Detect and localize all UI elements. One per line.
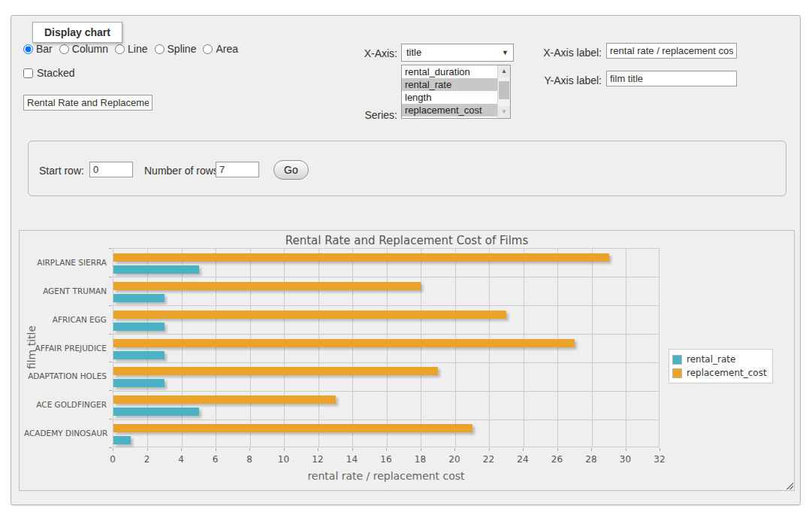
chart-type-radio-spline[interactable] xyxy=(155,44,165,54)
y-tick-mark xyxy=(109,362,112,362)
chevron-down-icon: ▼ xyxy=(502,44,509,61)
plot-area xyxy=(113,248,660,447)
x-tick-mark xyxy=(591,448,592,451)
y-axis-label-input[interactable] xyxy=(606,71,737,86)
legend-item: replacement_cost xyxy=(672,366,767,380)
bar-rental_rate xyxy=(113,379,165,387)
gridline xyxy=(113,420,659,420)
x-tick-label: 32 xyxy=(648,454,671,465)
bar-rental_rate xyxy=(113,323,165,331)
x-tick-label: 8 xyxy=(238,454,261,465)
x-tick-label: 28 xyxy=(580,454,602,465)
series-option-replacement_cost[interactable]: replacement_cost xyxy=(402,104,497,117)
num-rows-label: Number of rows: xyxy=(144,165,222,177)
chart-container: Rental Rate and Replacement Cost of Film… xyxy=(19,230,795,491)
y-tick-mark xyxy=(109,248,112,249)
x-axis-select-label: X-Axis: xyxy=(312,47,397,59)
stacked-label: Stacked xyxy=(37,67,75,79)
x-tick-mark xyxy=(216,448,216,451)
bar-replacement_cost xyxy=(113,339,575,347)
row-range-box: Start row: Number of rows: Go xyxy=(28,141,786,196)
x-tick-label: 16 xyxy=(375,454,397,465)
x-axis-label-input[interactable] xyxy=(606,43,737,59)
y-tick-mark xyxy=(109,305,112,306)
bar-rental_rate xyxy=(113,407,199,416)
legend-swatch-rental_rate xyxy=(672,355,682,365)
x-tick-mark xyxy=(249,448,250,451)
gridline xyxy=(592,249,593,447)
y-tick-mark xyxy=(109,334,112,335)
x-tick-label: 0 xyxy=(101,454,124,465)
gridline xyxy=(284,249,285,447)
chart-title-input[interactable] xyxy=(23,95,152,111)
panel-title: Display chart xyxy=(32,22,122,43)
x-tick-mark xyxy=(318,448,318,451)
y-tick-mark xyxy=(109,447,112,448)
x-tick-mark xyxy=(454,448,455,451)
x-tick-label: 2 xyxy=(136,454,158,465)
x-tick-mark xyxy=(489,448,490,451)
chart-legend: rental_ratereplacement_cost xyxy=(669,349,773,383)
stacked-checkbox[interactable] xyxy=(23,68,33,78)
num-rows-input[interactable] xyxy=(216,162,259,177)
scroll-down-icon[interactable]: ▼ xyxy=(498,106,510,118)
category-label: AIRPLANE SIERRA xyxy=(24,258,107,267)
category-label: AFFAIR PREJUDICE xyxy=(24,344,107,353)
x-tick-mark xyxy=(284,448,285,451)
scroll-up-icon[interactable]: ▲ xyxy=(498,65,510,77)
scrollbar-thumb[interactable] xyxy=(499,81,509,99)
y-tick-mark xyxy=(109,390,112,391)
series-options: rental_durationrental_ratelengthreplacem… xyxy=(402,65,497,118)
chart-type-label: Line xyxy=(128,43,147,55)
gridline xyxy=(318,249,319,447)
bar-replacement_cost xyxy=(113,311,506,319)
resize-grip-icon[interactable] xyxy=(785,481,793,489)
x-tick-label: 12 xyxy=(306,454,329,465)
bar-replacement_cost xyxy=(113,395,336,404)
x-axis-select[interactable]: title ▼ xyxy=(401,44,514,62)
category-label: ACADEMY DINOSAUR xyxy=(24,429,107,438)
start-row-label: Start row: xyxy=(39,165,84,177)
gridline xyxy=(524,249,524,447)
category-label: AGENT TRUMAN xyxy=(24,286,107,295)
bar-replacement_cost xyxy=(113,367,438,375)
chart-type-radio-line[interactable] xyxy=(115,44,125,54)
category-label: AFRICAN EGG xyxy=(24,315,107,324)
chart-type-radio-area[interactable] xyxy=(203,44,213,54)
x-tick-mark xyxy=(386,448,387,451)
series-option-rental_duration[interactable]: rental_duration xyxy=(402,65,497,78)
go-button[interactable]: Go xyxy=(273,160,309,180)
gridline xyxy=(113,334,659,335)
chart-title: Rental Rate and Replacement Cost of Film… xyxy=(20,234,794,247)
series-listbox[interactable]: rental_durationrental_ratelengthreplacem… xyxy=(401,65,511,119)
gridline xyxy=(352,249,353,447)
legend-label: rental_rate xyxy=(687,354,735,365)
category-label: ACE GOLDFINGER xyxy=(24,400,107,409)
series-option-rental_rate[interactable]: rental_rate xyxy=(402,78,497,91)
gridline xyxy=(147,249,148,447)
x-tick-label: 4 xyxy=(170,454,192,465)
bar-rental_rate xyxy=(113,294,165,302)
gridline xyxy=(387,249,388,447)
gridline xyxy=(489,249,490,447)
chart-type-radio-column[interactable] xyxy=(59,44,69,54)
series-select-label: Series: xyxy=(312,109,397,121)
x-tick-label: 22 xyxy=(478,454,500,465)
series-option-length[interactable]: length xyxy=(402,91,497,104)
x-tick-mark xyxy=(147,448,148,451)
gridline xyxy=(113,277,659,277)
x-axis-selected-value: title xyxy=(406,47,421,58)
bar-replacement_cost xyxy=(113,282,421,290)
y-tick-mark xyxy=(109,419,112,420)
chart-type-radio-bar[interactable] xyxy=(23,44,33,54)
y-axis-label-field-label: Y-Axis label: xyxy=(530,74,602,86)
x-tick-mark xyxy=(660,448,660,451)
gridline xyxy=(626,249,626,447)
x-tick-label: 10 xyxy=(273,454,295,465)
y-tick-mark xyxy=(109,277,112,277)
gridline xyxy=(182,249,183,447)
series-scrollbar[interactable]: ▲ ▼ xyxy=(497,65,510,118)
x-tick-label: 24 xyxy=(512,454,534,465)
chart-type-radio-group: BarColumnLineSplineArea xyxy=(23,43,238,55)
start-row-input[interactable] xyxy=(89,162,133,177)
